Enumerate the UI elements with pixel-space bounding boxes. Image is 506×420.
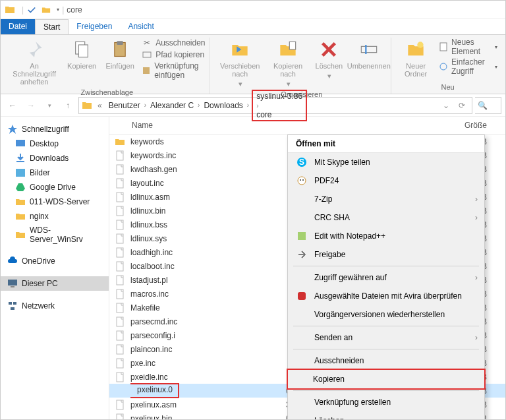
copy-icon [71,39,92,60]
path-icon [142,49,152,60]
ctx-grant-access[interactable]: Zugriff gewähren auf› [288,268,484,287]
svg-rect-7 [361,46,376,52]
nav-up-button[interactable]: ↑ [60,98,76,113]
search-icon: 🔍 [478,101,488,110]
nav-pictures[interactable]: Bilder [1,165,109,180]
nav-wds[interactable]: 011-WDS-Server [1,195,109,209]
ctx-share[interactable]: Freigabe [288,245,484,264]
nav-back-button[interactable]: ← [5,98,20,113]
pictures-icon [15,167,26,178]
nav-forward-button[interactable]: → [23,98,39,113]
svg-rect-28 [117,248,123,257]
delete-button[interactable]: Löschen▾ [312,38,345,81]
crumb-downloads[interactable]: Downloads [202,101,244,110]
nav-downloads[interactable]: Downloads [1,151,109,165]
ctx-cut[interactable]: Ausschneiden [288,351,484,370]
rename-button[interactable]: Umbenennen [351,38,387,71]
ctx-open-with[interactable]: Öffnen mit [288,135,484,153]
file-name: pxelinux.asm [130,400,286,409]
file-icon [115,164,125,175]
refresh-button[interactable]: ⟳ [455,101,469,110]
ctx-copy[interactable]: Kopieren [287,369,486,390]
svg-rect-40 [117,414,123,420]
easy-access-item[interactable]: Einfacher Zugriff▾ [439,57,497,76]
svg-rect-18 [9,302,12,305]
paste-icon [109,39,130,60]
tab-share[interactable]: Freigeben [69,19,120,34]
new-folder-button[interactable]: Neuer Ordner [398,38,434,79]
nav-desktop[interactable]: Desktop [1,136,109,151]
ctx-delete[interactable]: Löschen [288,411,484,419]
svg-rect-16 [8,280,17,285]
crumb-benutzer[interactable]: Benutzer [107,101,142,110]
svg-point-45 [302,179,304,181]
ctx-avira[interactable]: Ausgewählte Dateien mit Avira überprüfen [288,287,484,305]
ribbon-group-new: Neuer Ordner Neues Element▾ Einfacher Zu… [394,38,501,94]
nav-quick-access[interactable]: Schnellzugriff [1,122,109,136]
download-icon [15,153,26,164]
paste-shortcut-item[interactable]: Verknüpfung einfügen [142,61,205,80]
svg-rect-32 [117,303,123,313]
nav-this-pc[interactable]: Dieser PC [1,276,109,291]
svg-point-11 [440,63,447,70]
breadcrumb[interactable]: « Benutzer› Alexander C› Downloads› sysl… [78,97,472,114]
file-icon [115,400,125,410]
nav-onedrive[interactable]: OneDrive [1,254,109,268]
file-name: macros.inc [130,289,286,299]
paste-button[interactable]: Einfügen [103,38,136,71]
notepadpp-icon [296,230,308,242]
tab-start[interactable]: Start [35,19,69,34]
column-headers[interactable]: Name Größe [109,117,505,135]
col-type[interactable] [378,121,464,130]
network-icon [7,301,18,311]
qat-dropdown-icon[interactable]: ▾ [57,7,59,13]
overflow-chevron[interactable]: « [94,101,106,110]
folder-icon [5,5,15,15]
nav-wdssrv[interactable]: WDS-Server_WinSrv [1,224,109,246]
copy-path-item[interactable]: Pfad kopieren [142,49,205,60]
copy-to-icon [277,39,298,60]
ctx-skype[interactable]: SMit Skype teilen [288,153,484,171]
file-name: keywords [130,137,286,146]
nav-nginx[interactable]: nginx [1,209,109,224]
ctx-notepadpp[interactable]: Edit with Notepad++ [288,227,484,245]
file-list: Name Größe keywords1 KBkeywords.incDatei… [109,117,505,419]
crumb-syslinux[interactable]: syslinux-3.86 [255,92,304,101]
blank-icon [296,193,308,205]
folder-icon [82,100,92,111]
check-icon[interactable] [26,5,37,15]
new-item[interactable]: Neues Element▾ [439,38,497,56]
cut-item[interactable]: ✂Ausschneiden [142,38,205,48]
file-name: localboot.inc [130,262,286,271]
breadcrumb-dropdown[interactable]: ⌄ [439,101,453,110]
col-name[interactable]: Name [115,121,286,130]
address-bar: ← → ▾ ↑ « Benutzer› Alexander C› Downloa… [1,94,505,117]
tab-view[interactable]: Ansicht [120,19,161,34]
nav-gdrive[interactable]: Google Drive [1,180,109,195]
pin-button[interactable]: An Schnellzugriff anheften [9,38,60,87]
file-icon [115,330,125,341]
file-name: parseconfig.i [130,331,286,340]
folder-small-icon[interactable] [41,5,51,15]
ctx-send-to[interactable]: Senden an› [288,328,484,347]
ctx-restore-versions[interactable]: Vorgängerversionen wiederherstellen [288,305,484,324]
nav-recent-button[interactable]: ▾ [42,98,57,113]
ctx-pdf24[interactable]: PDF24 [288,171,484,190]
new-item-icon [439,42,448,52]
file-name: layout.inc [130,179,286,188]
nav-network[interactable]: Netzwerk [1,299,109,313]
ctx-create-shortcut[interactable]: Verknüpfung erstellen [288,393,484,411]
svg-rect-39 [117,400,123,409]
tab-file[interactable]: Datei [1,19,35,34]
crumb-user[interactable]: Alexander C [149,101,195,110]
col-date[interactable] [286,121,378,130]
col-size[interactable]: Größe [464,121,500,130]
svg-rect-31 [117,289,123,299]
ctx-crcsha[interactable]: CRC SHA› [288,208,484,227]
ctx-7zip[interactable]: 7-Zip› [288,190,484,208]
copy-to-button[interactable]: Kopieren nach▾ [269,38,308,89]
copy-button[interactable]: Kopieren [65,38,98,71]
svg-rect-13 [16,140,25,146]
move-to-button[interactable]: Verschieben nach▾ [217,38,264,89]
search-box[interactable]: 🔍 [475,97,501,114]
